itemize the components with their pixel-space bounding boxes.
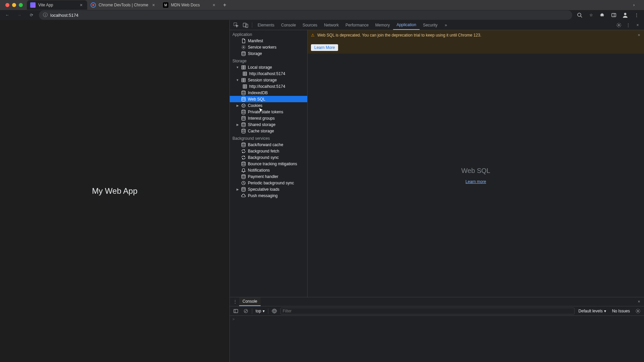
side-panel-icon[interactable]	[609, 10, 619, 20]
chrome-menu-icon[interactable]: ⋮	[632, 10, 641, 20]
tree-item-background-sync[interactable]: Background sync	[230, 154, 307, 161]
tree-item-interest-groups[interactable]: Interest groups	[230, 115, 307, 121]
maximize-window[interactable]	[19, 3, 23, 7]
table-icon	[241, 78, 246, 82]
tree-item-bounce-tracking-mitigations[interactable]: Bounce tracking mitigations	[230, 161, 307, 167]
profile-icon[interactable]	[621, 10, 630, 20]
tab-network[interactable]: Network	[321, 20, 342, 30]
tree-item-back-forward-cache[interactable]: Back/forward cache	[230, 141, 307, 148]
tree-item-private-state-tokens[interactable]: Private state tokens	[230, 109, 307, 115]
tree-item-indexeddb[interactable]: IndexedDB	[230, 89, 307, 96]
toggle-sidebar-icon[interactable]	[232, 307, 240, 315]
tree-item-session-storage[interactable]: ▼Session storage	[230, 77, 307, 83]
tab-application[interactable]: Application	[393, 20, 420, 30]
chevron-right-icon: ▶	[236, 104, 239, 107]
close-tab-icon[interactable]: ×	[211, 2, 217, 8]
search-icon[interactable]	[575, 10, 584, 20]
close-tab-icon[interactable]: ×	[151, 2, 156, 8]
reload-button[interactable]: ⟳	[27, 10, 36, 20]
tree-item-label: Private state tokens	[248, 110, 283, 114]
table-icon	[243, 84, 247, 89]
close-drawer-icon[interactable]: ×	[635, 298, 643, 305]
tree-item-shared-storage[interactable]: ▶Shared storage	[230, 121, 307, 128]
more-tabs-icon[interactable]: »	[441, 21, 450, 29]
minimize-window[interactable]	[12, 3, 16, 7]
tree-item-label: Background sync	[248, 155, 279, 160]
tab-elements[interactable]: Elements	[254, 20, 278, 30]
back-button[interactable]: ←	[3, 10, 12, 20]
tree-item-origin[interactable]: http://localhost:5174	[230, 83, 307, 89]
tree-item-service-workers[interactable]: Service workers	[230, 44, 307, 50]
tab-security[interactable]: Security	[420, 20, 441, 30]
favicon-icon	[91, 2, 96, 8]
close-warning-icon[interactable]: ×	[636, 32, 642, 38]
svg-rect-4	[612, 13, 616, 17]
close-devtools-icon[interactable]: ×	[633, 21, 642, 29]
extensions-icon[interactable]	[598, 10, 607, 20]
tree-item-storage[interactable]: Storage	[230, 50, 307, 57]
inspect-element-icon[interactable]	[232, 21, 240, 29]
svg-line-47	[245, 310, 247, 312]
tab-memory[interactable]: Memory	[372, 20, 393, 30]
db-icon	[241, 110, 246, 114]
bell-icon	[241, 168, 246, 173]
settings-icon[interactable]	[614, 21, 623, 29]
content-area: My Web App Elements Console Sources Netw…	[0, 20, 644, 362]
tree-item-manifest[interactable]: Manifest	[230, 38, 307, 44]
tree-item-cookies[interactable]: ▶Cookies	[230, 102, 307, 109]
tree-item-background-fetch[interactable]: Background fetch	[230, 148, 307, 154]
chevron-right-icon: ▶	[236, 188, 239, 191]
tab-strip: Vite App × Chrome DevTools | Chrome × M …	[0, 0, 644, 10]
new-tab-button[interactable]: +	[220, 0, 229, 10]
tree-item-speculative-loads[interactable]: ▶Speculative loads	[230, 186, 307, 192]
console-settings-icon[interactable]	[634, 307, 642, 315]
device-toggle-icon[interactable]	[241, 21, 250, 29]
tree-item-label: Local storage	[248, 65, 272, 70]
issues-indicator[interactable]: No Issues	[610, 309, 632, 313]
address-bar[interactable]: ⓘ localhost:5174	[39, 10, 572, 20]
console-filter-input[interactable]	[280, 308, 575, 314]
clock-icon	[241, 181, 246, 185]
browser-tab-mdn[interactable]: M MDN Web Docs ×	[160, 0, 220, 10]
tree-item-push-messaging[interactable]: Push messaging	[230, 192, 307, 199]
table-icon	[243, 71, 247, 76]
tree-item-label: Periodic background sync	[248, 181, 294, 185]
devtools-panel: Elements Console Sources Network Perform…	[229, 20, 644, 362]
chrome-chevron-icon[interactable]: ›	[630, 1, 638, 9]
close-window[interactable]	[5, 3, 9, 7]
svg-point-41	[242, 174, 246, 176]
tree-item-payment-handler[interactable]: Payment handler	[230, 173, 307, 180]
live-expression-icon[interactable]	[270, 307, 278, 315]
tree-item-label: Speculative loads	[248, 187, 279, 192]
tab-sources[interactable]: Sources	[299, 20, 321, 30]
tree-item-label: Shared storage	[248, 122, 275, 127]
context-selector[interactable]: top ▾	[254, 309, 266, 313]
forward-button[interactable]: →	[15, 10, 24, 20]
tree-item-local-storage[interactable]: ▼Local storage	[230, 64, 307, 70]
bookmark-icon[interactable]: ☆	[586, 10, 596, 20]
tree-item-web-sql[interactable]: Web SQL	[230, 96, 307, 102]
learn-more-link[interactable]: Learn more	[466, 179, 486, 184]
svg-point-32	[243, 105, 243, 105]
tab-console[interactable]: Console	[278, 20, 299, 30]
drawer-tab-console[interactable]: Console	[239, 297, 261, 306]
devtools-menu-icon[interactable]: ⋮	[624, 21, 633, 29]
browser-tab-devtools[interactable]: Chrome DevTools | Chrome ×	[87, 0, 160, 10]
clear-console-icon[interactable]	[242, 307, 250, 315]
site-info-icon[interactable]: ⓘ	[43, 12, 48, 18]
tree-item-notifications[interactable]: Notifications	[230, 167, 307, 173]
browser-toolbar: ← → ⟳ ⓘ localhost:5174 ☆ ⋮	[0, 10, 644, 20]
console-output[interactable]: >	[230, 316, 644, 362]
learn-more-button[interactable]: Learn More	[311, 44, 338, 51]
db-icon	[241, 122, 246, 127]
tab-performance[interactable]: Performance	[342, 20, 372, 30]
warning-text: Web SQL is deprecated. You can join the …	[317, 33, 635, 38]
close-tab-icon[interactable]: ×	[78, 2, 84, 8]
tree-item-cache-storage[interactable]: Cache storage	[230, 128, 307, 134]
tree-section-header: Background services	[230, 134, 307, 141]
drawer-menu-icon[interactable]: ⋮	[231, 298, 239, 306]
log-levels-selector[interactable]: Default levels ▾	[577, 309, 608, 313]
tree-item-periodic-background-sync[interactable]: Periodic background sync	[230, 180, 307, 186]
browser-tab-vite[interactable]: Vite App ×	[27, 0, 87, 10]
tree-item-origin[interactable]: http://localhost:5174	[230, 70, 307, 77]
